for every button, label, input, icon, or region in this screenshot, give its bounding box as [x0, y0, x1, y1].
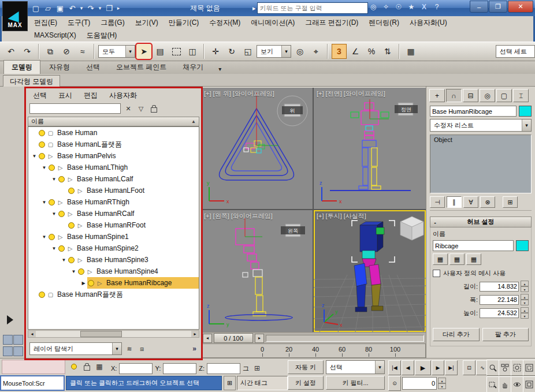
parameter-value-field[interactable] — [480, 295, 519, 305]
expand-arrow-icon[interactable]: ▼ — [31, 154, 38, 159]
spinner-up-icon[interactable]: ▴ — [521, 294, 529, 300]
zoom-icon[interactable] — [486, 360, 499, 376]
isolate-toggle-icon[interactable] — [68, 360, 80, 373]
tree-item-body[interactable]: ▷Base HumanRibcage — [87, 277, 199, 289]
tree-item[interactable]: ▷Base HumanRFoot — [28, 219, 199, 231]
menu-item[interactable]: 편집(E) — [29, 17, 62, 29]
tree-item-label[interactable]: Base HumanSpine2 — [74, 244, 142, 253]
paste-icon[interactable]: ▦ — [449, 253, 465, 265]
expand-arrow-icon[interactable]: ▼ — [40, 165, 48, 170]
tree-item-label[interactable]: Base HumanL플랫폼 — [54, 139, 125, 150]
spinner-down-icon[interactable]: ▾ — [521, 313, 529, 319]
close-button[interactable]: ✕ — [508, 1, 533, 13]
grid-toggle-icon[interactable]: ⊞ — [251, 362, 263, 375]
project-folder-icon[interactable]: ❐ — [103, 2, 115, 14]
trackbar[interactable]: 020406080100 — [201, 344, 426, 358]
select-object-button[interactable]: ➤ — [136, 44, 151, 59]
tree-item-body[interactable]: ▷Base HumanRThigh — [48, 196, 199, 208]
lightbulb-icon[interactable] — [58, 211, 65, 217]
chevron-down-icon[interactable]: ▾ — [112, 343, 121, 354]
menu-item[interactable]: 도구(T) — [62, 17, 95, 29]
next-frame-arrow-icon[interactable]: ▸ — [255, 334, 264, 343]
current-frame-field[interactable] — [402, 377, 437, 390]
bind-spacewarp-icon[interactable]: ≈ — [75, 44, 90, 59]
tree-item-body[interactable]: ▷Base HumanRCalf — [58, 208, 199, 219]
expand-arrow-icon[interactable]: ▼ — [50, 211, 58, 216]
tree-item-label[interactable]: Base HumanR플랫폼 — [54, 289, 126, 300]
selection-filter-icon[interactable]: ▽ — [136, 103, 146, 114]
chevron-down-icon[interactable]: ▾ — [522, 120, 531, 131]
tree-item[interactable]: ▼▷Base HumanLThigh — [28, 162, 199, 173]
marquee-region-icon[interactable] — [169, 44, 184, 59]
menu-item[interactable]: 그룹(G) — [95, 17, 129, 29]
frame-spinner[interactable]: ▴ ▾ — [438, 378, 446, 389]
tree-item-label[interactable]: Base HumanLThigh — [64, 163, 131, 172]
lightbulb-icon[interactable] — [39, 130, 45, 136]
y-coordinate-field[interactable] — [163, 363, 196, 374]
pick-layer-icon[interactable]: ⧈ — [137, 344, 147, 354]
infocenter-x-icon[interactable]: X — [419, 3, 429, 11]
x-coordinate-field[interactable] — [119, 363, 153, 374]
chevron-down-icon[interactable]: ▾ — [281, 46, 291, 57]
tree-item-label[interactable]: Base HumanRCalf — [74, 209, 137, 218]
parameter-spinner[interactable]: ▴▾ — [521, 281, 529, 292]
auto-key-button[interactable]: 자동 키 — [288, 360, 324, 374]
sort-ascending-icon[interactable]: ▲ — [191, 119, 196, 124]
menu-item[interactable]: 애니메이션(A) — [246, 17, 300, 29]
viewcube[interactable]: 왼쪽 — [281, 224, 305, 237]
key-mode-toggle-icon[interactable]: ⊙ — [388, 376, 401, 391]
tree-item-body[interactable]: ▷Base HumanSpine1 — [48, 231, 199, 242]
tree-item-body[interactable]: ▷Base HumanRFoot — [68, 219, 199, 231]
lightbulb-icon[interactable] — [49, 234, 55, 240]
lightbulb-icon[interactable] — [68, 257, 75, 263]
viewport-left-label[interactable]: [+] [왼쪽] [와이어프레임] — [204, 212, 273, 221]
expand-arrow-icon[interactable]: ▼ — [70, 269, 77, 274]
angle-snap-icon[interactable]: ∠ — [348, 44, 363, 59]
tree-item-body[interactable]: ▢Base HumanL플랫폼 — [38, 139, 199, 150]
tree-item[interactable]: ▼▷Base HumanSpine2 — [28, 242, 199, 254]
maximize-button[interactable]: ❐ — [489, 1, 507, 13]
hierarchy-tab-icon[interactable]: ⊟ — [463, 89, 478, 102]
unlink-selection-icon[interactable]: ⊘ — [59, 44, 74, 59]
tree-item-label[interactable]: Base HumanSpine1 — [64, 232, 132, 241]
scroll-right-icon[interactable]: ▸ — [191, 331, 199, 337]
explorer-search-input[interactable] — [29, 103, 121, 114]
lightbulb-icon[interactable] — [39, 153, 45, 159]
tree-item-body[interactable]: ▢Base HumanR플랫폼 — [38, 289, 199, 300]
zoom-extents-icon[interactable] — [511, 360, 523, 376]
snaps-toggle-3d-icon[interactable]: 3 — [332, 44, 347, 59]
menu-item[interactable]: 수정자(M) — [204, 17, 246, 29]
modifier-list-dropdown[interactable]: 수정자 리스트 ▾ — [430, 119, 532, 132]
orbit-icon[interactable] — [511, 376, 523, 392]
tree-item[interactable]: ▼▷Base HumanSpine3 — [28, 254, 199, 266]
undo-dropdown-icon[interactable]: ▾ — [79, 2, 84, 14]
remove-modifier-icon[interactable]: ⊗ — [480, 196, 495, 208]
expand-arrow-icon[interactable]: ▶ — [80, 281, 87, 286]
z-coordinate-field[interactable] — [207, 363, 240, 374]
lightbulb-icon[interactable] — [58, 245, 65, 252]
use-pivot-center-icon[interactable]: ◎ — [292, 44, 307, 59]
tree-item-body[interactable]: ▷Base HumanLCalf — [58, 173, 199, 185]
modify-tab-icon[interactable]: ∩ — [446, 89, 462, 102]
play-animation-icon[interactable]: ▶ — [415, 360, 431, 375]
parameter-spinner[interactable]: ▴▾ — [521, 294, 529, 305]
select-and-manipulate-icon[interactable]: ⌖ — [309, 44, 324, 59]
tree-item[interactable]: ▷Base HumanLFoot — [28, 185, 199, 196]
previous-frame-icon[interactable]: ◀ — [402, 360, 414, 375]
ribbon-tab[interactable]: 자유형 — [42, 61, 77, 74]
select-and-link-icon[interactable]: ⧉ — [43, 44, 58, 59]
spinner-snap-icon[interactable]: ⇅ — [380, 44, 395, 59]
more-chevrons-icon[interactable]: » — [192, 345, 196, 353]
window-crossing-icon[interactable]: ◫ — [185, 44, 200, 59]
expand-arrow-icon[interactable]: ▼ — [60, 257, 68, 263]
viewcube[interactable]: 정면 — [395, 103, 418, 115]
minimize-button[interactable]: – — [470, 1, 488, 13]
clear-search-icon[interactable]: ✕ — [123, 103, 133, 114]
new-document-icon[interactable]: ▢ — [30, 2, 42, 14]
redo-dropdown-icon[interactable]: ▾ — [97, 2, 103, 14]
utilities-tab-icon[interactable]: ⌶ — [513, 89, 529, 102]
redo-icon[interactable]: ↷ — [85, 2, 96, 14]
qat-more-icon[interactable]: ▸ — [116, 2, 121, 14]
tree-item[interactable]: ▢Base HumanL플랫폼 — [28, 139, 199, 150]
zoom-extents-all-icon[interactable] — [523, 360, 535, 376]
